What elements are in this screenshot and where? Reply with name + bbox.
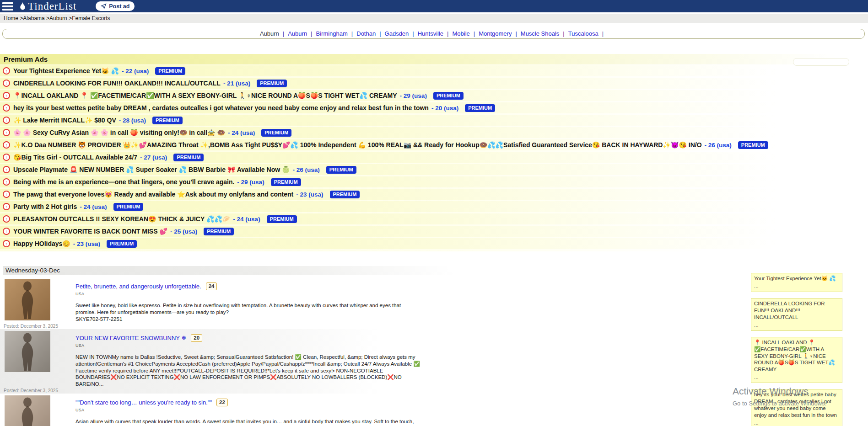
premium-ad-title[interactable]: Being with me is an experience—one that … (13, 178, 234, 186)
premium-ad-title[interactable]: ✨K.O Daa NUMBER 🐯 PROVIDER 👑✨💕AMAZING Th… (13, 141, 702, 149)
listing-description: Sweet like honey, bold like espresso. Pe… (75, 302, 421, 315)
breadcrumb-separator: > (67, 15, 72, 21)
listing-description: Asian allure with curves that speak loud… (75, 418, 421, 426)
premium-ad-age-location: - 29 (usa) (237, 179, 264, 186)
premium-ad-title[interactable]: 😘Big Tits Girl - OUTCALL Available 24/7 (13, 154, 137, 161)
premium-ad-row[interactable]: ↑✨K.O Daa NUMBER 🐯 PROVIDER 👑✨💕AMAZING T… (0, 139, 863, 150)
sidebar-ad-card[interactable]: CINDERELLA LOOKING FOR FUN!!! OAKLAND!!!… (751, 298, 842, 331)
posted-date: Posted: December 3, 2025 (4, 388, 58, 393)
premium-ad-title[interactable]: Upscale Playmate 🚨 NEW NUMBER 💦 Super So… (13, 166, 290, 173)
premium-ad-row[interactable]: ↑hey its your best wettes petite baby DR… (0, 102, 863, 113)
brand-logo[interactable]: TinderList (19, 0, 76, 12)
age-badge: 22 (216, 399, 228, 406)
premium-ad-age-location: - 28 (usa) (119, 117, 146, 124)
up-arrow-icon: ↑ (3, 166, 10, 173)
city-current: Auburn (260, 30, 279, 37)
city-link[interactable]: Mobile (452, 30, 469, 37)
premium-ad-title[interactable]: 📍INCALL OAKLAND 📍 ✅FACETIME/CAR✅WITH A S… (13, 92, 397, 99)
listing-row: YOUR NEW FAVORITE SNOWBUNNY ❄20USANEW IN… (0, 329, 421, 394)
breadcrumb-item[interactable]: Female Escorts (72, 15, 110, 21)
city-link[interactable]: Gadsden (385, 30, 409, 37)
post-ad-button[interactable]: Post ad (96, 1, 135, 11)
up-arrow-icon: ↑ (3, 228, 10, 235)
premium-section-title: Premium Ads (0, 54, 863, 64)
premium-ad-title[interactable]: Your Tightest Experience Yet🐱 💦 (13, 67, 119, 75)
city-separator: | (563, 30, 564, 37)
up-arrow-icon: ↑ (3, 191, 10, 198)
premium-ad-title[interactable]: Party with 2 Hot girls (13, 203, 77, 210)
premium-ad-row[interactable]: ↑✨ Lake Merritt INCALL✨ $80 QV - 28 (usa… (0, 115, 863, 126)
city-link[interactable]: Muscle Shoals (521, 30, 560, 37)
premium-ad-title[interactable]: ✨ Lake Merritt INCALL✨ $80 QV (13, 117, 116, 124)
listing-title-link[interactable]: YOUR NEW FAVORITE SNOWBUNNY ❄ (75, 335, 186, 341)
city-link[interactable]: Montgomery (479, 30, 512, 37)
city-link[interactable]: Birmingham (316, 30, 348, 37)
premium-ad-title[interactable]: The pawg that everyone loves😻 Ready and … (13, 191, 293, 198)
premium-ad-title[interactable]: hey its your best wettes petite baby DRE… (13, 104, 429, 112)
listing-title-row: Petite, brunette, and dangerously unforg… (75, 282, 421, 290)
premium-ad-age-location: - 24 (usa) (80, 203, 107, 210)
sidebar-ad-card[interactable]: 📍 INCALL OAKLAND 📍 ✅FACETIME/CAR✅WITH A … (751, 337, 842, 383)
sidebar-ad-title: Your Tightest Experience Yet🐱 💦 (754, 275, 839, 282)
city-link[interactable]: Tuscaloosa (568, 30, 598, 37)
city-separator: | (351, 30, 353, 37)
breadcrumb-item[interactable]: Home (4, 15, 18, 21)
premium-ad-row[interactable]: ↑YOUR WINTER FAVORITE IS BACK DONT MISS … (0, 226, 863, 237)
up-arrow-icon: ↑ (3, 178, 10, 186)
premium-ad-row[interactable]: ↑The pawg that everyone loves😻 Ready and… (0, 189, 863, 200)
city-link[interactable]: Auburn (288, 30, 307, 37)
listing-thumbnail[interactable] (5, 331, 50, 372)
premium-ad-row[interactable]: ↑📍INCALL OAKLAND 📍 ✅FACETIME/CAR✅WITH A … (0, 90, 863, 101)
paper-plane-icon (101, 3, 107, 9)
city-separator: | (283, 30, 284, 37)
sidebar-ad-more: ... (754, 283, 839, 290)
premium-ad-row[interactable]: ↑Happy HOlidays😊 - 23 (usa)PREMIUM (0, 238, 863, 249)
up-arrow-icon: ↑ (3, 92, 10, 99)
premium-ad-row[interactable]: ↑PLEASANTON OUTCALLS !! SEXY KOREAN😍 THI… (0, 213, 863, 224)
premium-badge: PREMIUM (152, 117, 183, 124)
up-arrow-icon: ↑ (3, 117, 10, 124)
listing-title-link[interactable]: Petite, brunette, and dangerously unforg… (75, 283, 201, 290)
premium-ads-section: Premium Ads ↑Your Tightest Experience Ye… (0, 54, 863, 251)
city-link[interactable]: Dothan (356, 30, 376, 37)
city-separator: | (311, 30, 312, 37)
premium-ad-title[interactable]: PLEASANTON OUTCALLS !! SEXY KOREAN😍 THIC… (13, 215, 230, 223)
premium-ad-row[interactable]: ↑🌸 🌸 Sexy CuRvy Asian 🌸 🌸 in call 🍑 visi… (0, 127, 863, 138)
premium-badge: PREMIUM (173, 154, 204, 161)
up-arrow-icon: ↑ (3, 67, 10, 75)
premium-ad-age-location: - 20 (usa) (431, 105, 458, 112)
listing-title-link[interactable]: ""Don't stare too long… unless you're re… (75, 399, 212, 406)
premium-ad-row[interactable]: ↑CINDERELLA LOOKING FOR FUN!!! OAKLAND!!… (0, 78, 863, 89)
premium-ad-row[interactable]: ↑😘Big Tits Girl - OUTCALL Available 24/7… (0, 152, 863, 163)
sidebar-ad-title: 📍 INCALL OAKLAND 📍 ✅FACETIME/CAR✅WITH A … (754, 339, 839, 373)
breadcrumb-item[interactable]: Auburn (49, 15, 67, 21)
hamburger-menu-icon[interactable] (2, 1, 14, 12)
premium-ad-title[interactable]: YOUR WINTER FAVORITE IS BACK DONT MISS 💕 (13, 228, 167, 235)
listing-thumbnail[interactable] (5, 395, 50, 426)
sidebar-ad-title: CINDERELLA LOOKING FOR FUN!!! OAKLAND!!!… (754, 300, 839, 321)
premium-ad-age-location: - 22 (usa) (122, 68, 149, 75)
premium-ad-title[interactable]: CINDERELLA LOOKING FOR FUN!!! OAKLAND!!!… (13, 80, 221, 87)
premium-ad-row[interactable]: ↑Your Tightest Experience Yet🐱 💦 - 22 (u… (0, 65, 863, 76)
premium-badge: PREMIUM (257, 80, 287, 87)
age-badge: 20 (191, 334, 202, 342)
city-separator: | (515, 30, 517, 37)
listing-description: NEW IN TOWNMy name is Dallas !Seductive,… (75, 354, 421, 388)
city-link[interactable]: Huntsville (418, 30, 443, 37)
white-pill-overlay (793, 58, 849, 66)
premium-badge: PREMIUM (330, 191, 360, 198)
breadcrumb-separator: > (45, 15, 49, 21)
up-arrow-icon: ↑ (3, 104, 10, 112)
city-separator: | (379, 30, 381, 37)
premium-ad-row[interactable]: ↑Upscale Playmate 🚨 NEW NUMBER 💦 Super S… (0, 164, 863, 175)
up-arrow-icon: ↑ (3, 203, 10, 210)
sidebar-ad-card[interactable]: Your Tightest Experience Yet🐱 💦... (751, 273, 842, 292)
breadcrumb-item[interactable]: Alabama (23, 15, 44, 21)
premium-ad-row[interactable]: ↑Party with 2 Hot girls - 24 (usa)PREMIU… (0, 201, 863, 212)
premium-ad-row[interactable]: ↑Being with me is an experience—one that… (0, 176, 863, 187)
premium-ad-title[interactable]: 🌸 🌸 Sexy CuRvy Asian 🌸 🌸 in call 🍑 visit… (13, 129, 225, 136)
watermark-title: Activate Windows (733, 386, 826, 397)
premium-ad-title[interactable]: Happy HOlidays😊 (13, 240, 70, 247)
premium-badge: PREMIUM (113, 203, 144, 211)
listing-thumbnail[interactable] (5, 279, 50, 320)
